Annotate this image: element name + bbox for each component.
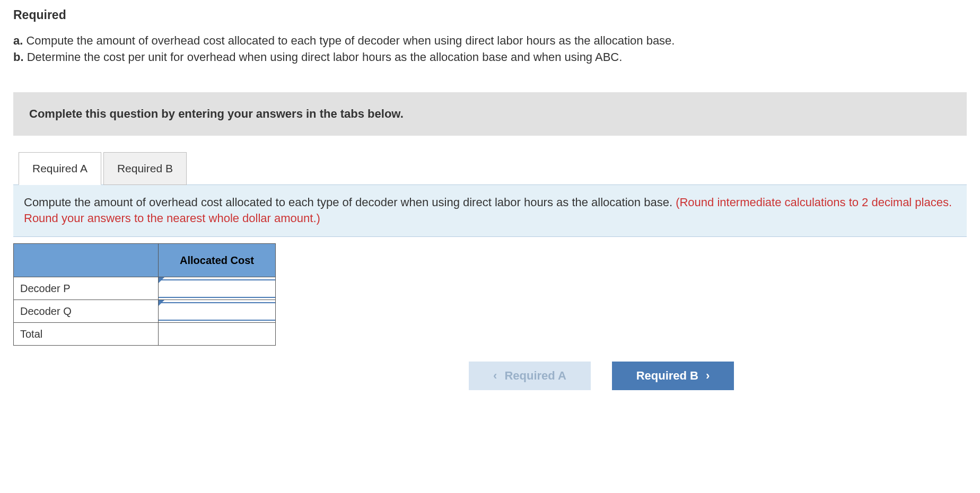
prev-button[interactable]: ‹ Required A xyxy=(469,362,591,390)
input-cell-decoder-q[interactable] xyxy=(159,300,276,323)
table-row: Total xyxy=(14,323,276,346)
row-label-decoder-q: Decoder Q xyxy=(14,300,159,323)
chevron-left-icon: ‹ xyxy=(493,369,497,383)
table-header-blank xyxy=(14,244,159,277)
required-heading: Required xyxy=(13,8,967,22)
question-b: b. Determine the cost per unit for overh… xyxy=(13,49,967,66)
question-a-prefix: a. xyxy=(13,34,23,47)
table-row: Decoder Q xyxy=(14,300,276,323)
cell-total xyxy=(159,323,276,346)
input-decoder-p[interactable] xyxy=(159,279,275,298)
tab-required-b[interactable]: Required B xyxy=(103,152,187,185)
question-a: a. Compute the amount of overhead cost a… xyxy=(13,33,967,49)
question-b-prefix: b. xyxy=(13,50,24,64)
next-button-label: Required B xyxy=(636,369,698,383)
question-a-text: Compute the amount of overhead cost allo… xyxy=(26,34,675,47)
tab-required-a[interactable]: Required A xyxy=(19,152,101,185)
question-b-text: Determine the cost per unit for overhead… xyxy=(27,50,623,64)
input-decoder-q[interactable] xyxy=(159,302,275,321)
answer-table: Allocated Cost Decoder P Decoder Q Total xyxy=(13,243,276,346)
row-label-decoder-p: Decoder P xyxy=(14,277,159,300)
question-list: a. Compute the amount of overhead cost a… xyxy=(13,33,967,66)
tab-content: Compute the amount of overhead cost allo… xyxy=(13,184,967,237)
instruction-bar: Complete this question by entering your … xyxy=(13,92,967,136)
input-cell-decoder-p[interactable] xyxy=(159,277,276,300)
row-label-total: Total xyxy=(14,323,159,346)
tab-bar: Required A Required B xyxy=(19,152,967,184)
table-row: Decoder P xyxy=(14,277,276,300)
prev-button-label: Required A xyxy=(504,369,566,383)
next-button[interactable]: Required B › xyxy=(612,362,734,390)
chevron-right-icon: › xyxy=(706,369,710,383)
nav-buttons: ‹ Required A Required B › xyxy=(236,362,967,390)
table-header-allocated-cost: Allocated Cost xyxy=(159,244,276,277)
tab-prompt: Compute the amount of overhead cost allo… xyxy=(24,196,672,209)
